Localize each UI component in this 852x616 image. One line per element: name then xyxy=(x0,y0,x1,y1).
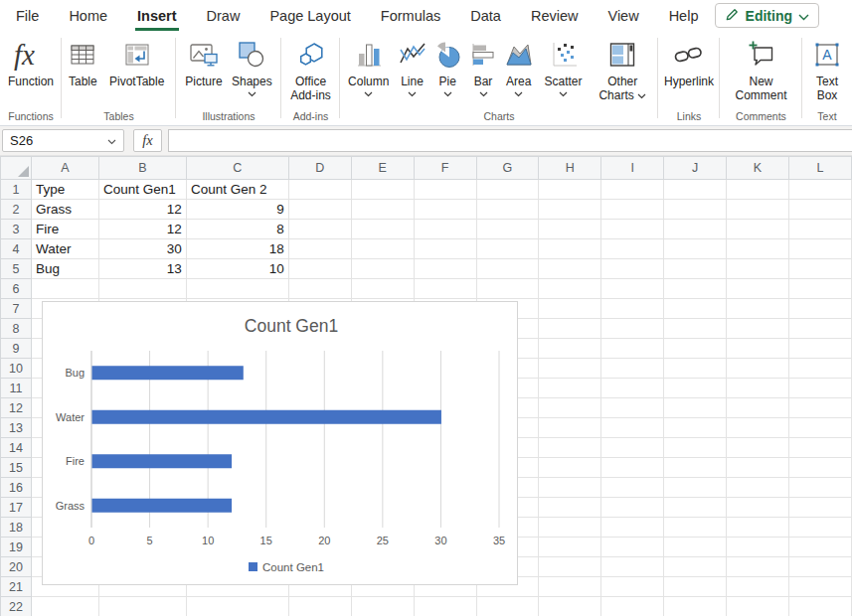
editing-mode-button[interactable]: Editing xyxy=(715,3,819,28)
cell-F1[interactable] xyxy=(414,180,476,200)
cell-E6[interactable] xyxy=(351,279,414,299)
cell-H19[interactable] xyxy=(539,538,601,557)
column-header-K[interactable]: K xyxy=(727,157,789,180)
cell-J5[interactable] xyxy=(664,259,727,279)
cell-H6[interactable] xyxy=(539,279,601,299)
ribbon-button-hyperlink[interactable]: Hyperlink xyxy=(664,34,714,89)
cell-D2[interactable] xyxy=(288,200,351,220)
tab-page-layout[interactable]: Page Layout xyxy=(267,0,352,31)
row-header-12[interactable]: 12 xyxy=(1,398,32,418)
cell-B22[interactable] xyxy=(98,597,186,616)
cell-J12[interactable] xyxy=(664,398,727,418)
cell-L5[interactable] xyxy=(788,259,851,279)
cell-J6[interactable] xyxy=(664,279,727,299)
cell-H14[interactable] xyxy=(539,438,601,458)
ribbon-button-office-add-ins[interactable]: Office Add-ins xyxy=(284,34,338,102)
cell-K12[interactable] xyxy=(727,398,789,418)
cell-J14[interactable] xyxy=(664,438,727,458)
row-header-11[interactable]: 11 xyxy=(1,379,32,398)
cell-E4[interactable] xyxy=(351,239,414,259)
cell-J4[interactable] xyxy=(664,239,727,259)
cell-L18[interactable] xyxy=(788,518,851,538)
row-header-18[interactable]: 18 xyxy=(1,518,32,538)
cell-D1[interactable] xyxy=(288,180,351,200)
row-header-2[interactable]: 2 xyxy=(1,200,32,220)
cell-H3[interactable] xyxy=(539,220,601,239)
cell-K14[interactable] xyxy=(727,438,789,458)
cell-H20[interactable] xyxy=(539,557,601,577)
cell-A4[interactable]: Water xyxy=(31,239,98,259)
cell-J20[interactable] xyxy=(664,557,727,577)
cell-A22[interactable] xyxy=(31,597,98,616)
cell-L1[interactable] xyxy=(788,180,851,200)
cell-C1[interactable]: Count Gen 2 xyxy=(186,180,288,200)
cell-L16[interactable] xyxy=(788,478,851,498)
cell-I11[interactable] xyxy=(601,379,664,398)
cell-G6[interactable] xyxy=(476,279,539,299)
cell-J9[interactable] xyxy=(664,339,727,359)
cell-D3[interactable] xyxy=(288,220,351,239)
cell-C4[interactable]: 18 xyxy=(186,239,288,259)
column-header-D[interactable]: D xyxy=(288,157,351,180)
cell-L22[interactable] xyxy=(788,597,851,616)
cell-J13[interactable] xyxy=(664,418,727,438)
tab-view[interactable]: View xyxy=(605,0,640,31)
cell-I7[interactable] xyxy=(601,299,664,319)
tab-draw[interactable]: Draw xyxy=(205,0,243,31)
cell-L19[interactable] xyxy=(788,538,851,557)
column-header-B[interactable]: B xyxy=(98,157,186,180)
cell-D22[interactable] xyxy=(288,597,351,616)
cell-L7[interactable] xyxy=(788,299,851,319)
cell-L11[interactable] xyxy=(788,379,851,398)
cell-A1[interactable]: Type xyxy=(31,180,98,200)
cell-K2[interactable] xyxy=(727,200,789,220)
cell-A2[interactable]: Grass xyxy=(31,200,98,220)
cell-E22[interactable] xyxy=(351,597,414,616)
cell-L14[interactable] xyxy=(788,438,851,458)
cell-H21[interactable] xyxy=(539,577,601,597)
cell-I8[interactable] xyxy=(601,319,664,339)
ribbon-button-shapes[interactable]: Shapes xyxy=(232,34,272,98)
ribbon-button-function[interactable]: fxFunction xyxy=(8,34,54,89)
cell-I20[interactable] xyxy=(601,557,664,577)
cell-K15[interactable] xyxy=(727,458,789,478)
cell-L13[interactable] xyxy=(788,418,851,438)
cell-K5[interactable] xyxy=(727,259,789,279)
tab-file[interactable]: File xyxy=(14,0,41,31)
cell-L6[interactable] xyxy=(788,279,851,299)
cell-J1[interactable] xyxy=(664,180,727,200)
embedded-chart[interactable]: 05101520253035GrassFireWaterBugCount Gen… xyxy=(42,301,518,585)
cell-K9[interactable] xyxy=(727,339,789,359)
cell-E3[interactable] xyxy=(351,220,414,239)
row-header-15[interactable]: 15 xyxy=(1,458,32,478)
row-header-21[interactable]: 21 xyxy=(1,577,32,597)
cell-L17[interactable] xyxy=(788,498,851,518)
cell-I9[interactable] xyxy=(601,339,664,359)
cell-I4[interactable] xyxy=(601,239,664,259)
cell-J7[interactable] xyxy=(664,299,727,319)
cell-H11[interactable] xyxy=(539,379,601,398)
cell-K17[interactable] xyxy=(727,498,789,518)
cell-K19[interactable] xyxy=(727,538,789,557)
cell-K16[interactable] xyxy=(727,478,789,498)
cell-H17[interactable] xyxy=(539,498,601,518)
cell-K3[interactable] xyxy=(727,220,789,239)
tab-formulas[interactable]: Formulas xyxy=(379,0,442,31)
cell-I15[interactable] xyxy=(601,458,664,478)
cell-K22[interactable] xyxy=(727,597,789,616)
column-header-F[interactable]: F xyxy=(414,157,476,180)
row-header-16[interactable]: 16 xyxy=(1,478,32,498)
cell-L9[interactable] xyxy=(788,339,851,359)
cell-I14[interactable] xyxy=(601,438,664,458)
cell-L2[interactable] xyxy=(788,200,851,220)
cell-K21[interactable] xyxy=(727,577,789,597)
column-header-H[interactable]: H xyxy=(539,157,601,180)
cell-H8[interactable] xyxy=(539,319,601,339)
row-header-14[interactable]: 14 xyxy=(1,438,32,458)
insert-function-button[interactable]: fx xyxy=(133,129,162,152)
cell-H5[interactable] xyxy=(539,259,601,279)
column-header-L[interactable]: L xyxy=(788,157,851,180)
cell-J15[interactable] xyxy=(664,458,727,478)
cell-I3[interactable] xyxy=(601,220,664,239)
row-header-8[interactable]: 8 xyxy=(1,319,32,339)
